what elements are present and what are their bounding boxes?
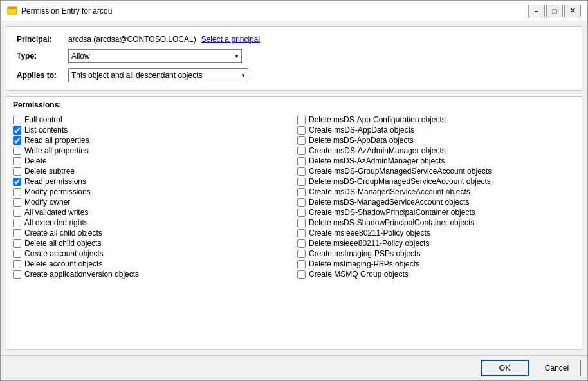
perm-label: List contents: [24, 125, 68, 135]
perm-label: Create msDS-ShadowPrincipalContainer obj…: [309, 208, 475, 217]
permissions-label: Permissions:: [6, 97, 582, 112]
perm-item-right: Create msImaging-PSPs objects: [297, 248, 575, 259]
perm-checkbox[interactable]: [13, 136, 21, 145]
perm-checkbox[interactable]: [13, 157, 21, 165]
restore-button[interactable]: □: [546, 5, 563, 17]
perm-checkbox[interactable]: [297, 270, 306, 279]
perm-item-right: Create msDS-AzAdminManager objects: [297, 145, 575, 156]
perm-label: Create applicationVersion objects: [24, 270, 139, 279]
perm-label: Delete account objects: [24, 259, 102, 268]
perm-checkbox[interactable]: [13, 198, 21, 207]
perm-label: Delete msDS-AppData objects: [309, 136, 414, 145]
perm-checkbox[interactable]: [297, 209, 306, 217]
perm-label: Create MSMQ Group objects: [309, 270, 409, 279]
perm-item-right: Create msDS-AppData objects: [297, 125, 575, 135]
perm-item-left: Delete: [13, 156, 291, 166]
perm-checkbox[interactable]: [13, 260, 21, 268]
perm-checkbox[interactable]: [297, 219, 306, 227]
perm-item-left: All validated writes: [13, 207, 291, 218]
perm-checkbox[interactable]: [13, 116, 21, 124]
principal-label: Principal:: [17, 35, 68, 44]
perm-item-right: Create MSMQ Group objects: [297, 269, 575, 279]
perm-checkbox[interactable]: [13, 219, 21, 227]
perm-checkbox[interactable]: [297, 136, 306, 145]
perm-checkbox[interactable]: [297, 167, 306, 176]
svg-rect-1: [8, 7, 17, 9]
perm-checkbox[interactable]: [13, 239, 21, 248]
perm-label: Modify owner: [24, 198, 70, 207]
perm-checkbox[interactable]: [297, 178, 306, 186]
perm-checkbox[interactable]: [297, 250, 306, 258]
select-principal-button[interactable]: Select a principal: [201, 35, 260, 44]
perm-label: Create account objects: [24, 249, 104, 258]
perm-item-left: Modify permissions: [13, 187, 291, 197]
type-select[interactable]: Allow Deny: [68, 49, 242, 63]
type-select-wrapper: Allow Deny: [68, 49, 242, 63]
perm-label: Create msDS-ManagedServiceAccount object…: [309, 187, 470, 196]
applies-select-wrapper: This object and all descendant objects T…: [68, 68, 248, 82]
perm-item-right: Delete msDS-AppData objects: [297, 135, 575, 145]
perm-item-left: Delete account objects: [13, 259, 291, 269]
perm-item-right: Delete msImaging-PSPs objects: [297, 259, 575, 269]
perm-checkbox[interactable]: [297, 126, 306, 135]
perm-checkbox[interactable]: [297, 157, 306, 165]
perm-label: Delete msDS-ManagedServiceAccount object…: [309, 198, 469, 207]
perm-item-left: Create account objects: [13, 248, 291, 259]
perm-item-right: Create msieee80211-Policy objects: [297, 228, 575, 238]
perm-checkbox[interactable]: [13, 126, 21, 135]
perm-label: Delete msImaging-PSPs objects: [309, 259, 419, 268]
perm-checkbox[interactable]: [13, 147, 21, 155]
perm-label: Full control: [24, 115, 62, 124]
perm-item-right: Delete msDS-GroupManagedServiceAccount o…: [297, 176, 575, 187]
perm-label: Read permissions: [24, 177, 86, 186]
form-section: Principal: arcdsa (arcdsa@CONTOSO.LOCAL)…: [6, 26, 582, 91]
perm-checkbox[interactable]: [13, 167, 21, 176]
permission-entry-dialog: Permission Entry for arcou − □ ✕ Princip…: [0, 0, 588, 381]
perm-checkbox[interactable]: [13, 178, 21, 186]
perm-checkbox[interactable]: [13, 188, 21, 196]
perm-label: Delete subtree: [24, 167, 75, 176]
perm-checkbox[interactable]: [297, 198, 306, 207]
perm-item-left: Write all properties: [13, 145, 291, 156]
perm-item-left: Create all child objects: [13, 228, 291, 238]
perm-checkbox[interactable]: [13, 229, 21, 237]
perm-checkbox[interactable]: [297, 229, 306, 237]
perm-checkbox[interactable]: [13, 270, 21, 279]
title-bar-left: Permission Entry for arcou: [7, 6, 112, 16]
perm-label: Create msDS-AzAdminManager objects: [309, 146, 446, 155]
perm-item-left: All extended rights: [13, 218, 291, 228]
permissions-section: Permissions: Full controlDelete msDS-App…: [6, 96, 582, 350]
permissions-list: Full controlDelete msDS-App-Configuratio…: [6, 112, 582, 349]
perm-label: Delete msDS-GroupManagedServiceAccount o…: [309, 177, 491, 186]
applies-label: Applies to:: [17, 71, 68, 80]
perm-checkbox[interactable]: [297, 239, 306, 248]
perm-checkbox[interactable]: [297, 147, 306, 155]
perm-label: Create msDS-GroupManagedServiceAccount o…: [309, 167, 492, 176]
perm-checkbox[interactable]: [13, 209, 21, 217]
perm-item-left: List contents: [13, 125, 291, 135]
button-row: OK Cancel: [1, 355, 587, 380]
perm-item-right: Delete msDS-App-Configuration objects: [297, 115, 575, 125]
perm-item-right: Create msDS-ShadowPrincipalContainer obj…: [297, 207, 575, 218]
perm-checkbox[interactable]: [297, 260, 306, 268]
type-row: Type: Allow Deny: [17, 49, 571, 63]
perm-checkbox[interactable]: [297, 116, 306, 124]
close-button[interactable]: ✕: [564, 5, 581, 17]
perm-checkbox[interactable]: [13, 250, 21, 258]
title-bar-controls: − □ ✕: [528, 5, 581, 17]
perm-label: Write all properties: [24, 146, 89, 155]
perm-item-left: Modify owner: [13, 197, 291, 207]
perm-label: Delete msDS-App-Configuration objects: [309, 115, 446, 124]
perm-label: Delete all child objects: [24, 239, 101, 248]
perm-label: Delete: [24, 156, 47, 165]
applies-row: Applies to: This object and all descenda…: [17, 68, 571, 82]
principal-value: arcdsa (arcdsa@CONTOSO.LOCAL): [68, 35, 196, 44]
cancel-button[interactable]: Cancel: [533, 360, 581, 376]
perm-label: Create msieee80211-Policy objects: [309, 228, 430, 237]
ok-button[interactable]: OK: [481, 360, 529, 376]
applies-select[interactable]: This object and all descendant objects T…: [68, 68, 248, 82]
perm-label: Delete msDS-AzAdminManager objects: [309, 156, 445, 165]
dialog-icon: [7, 6, 17, 16]
perm-checkbox[interactable]: [297, 188, 306, 196]
minimize-button[interactable]: −: [528, 5, 545, 17]
